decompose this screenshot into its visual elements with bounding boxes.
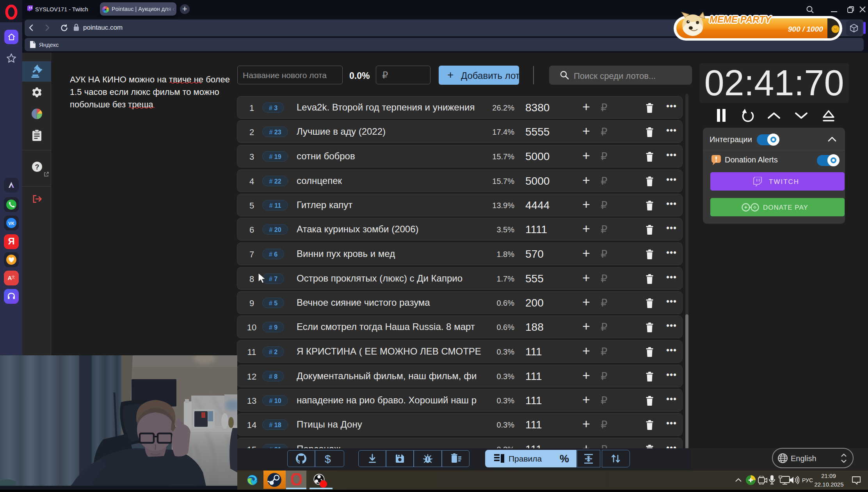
svg-text:M: M — [834, 27, 837, 31]
svg-text:?: ? — [35, 163, 39, 171]
svg-text:文: 文 — [11, 275, 15, 279]
svg-text:VK: VK — [8, 221, 14, 226]
